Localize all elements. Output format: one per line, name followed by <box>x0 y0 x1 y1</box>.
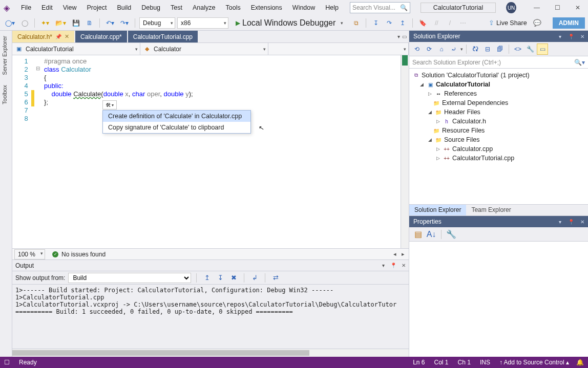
user-avatar[interactable]: UN <box>506 2 516 13</box>
tree-header-files[interactable]: Header Files <box>444 109 480 116</box>
save-all-icon[interactable]: 🗎 <box>84 17 95 29</box>
live-share-label[interactable]: Live Share <box>496 19 527 27</box>
show-all-icon[interactable]: 🗐 <box>494 44 506 55</box>
pin-icon[interactable]: 📍 <box>565 34 577 39</box>
uncomment-icon[interactable]: / <box>444 17 455 29</box>
close-icon[interactable]: ✕ <box>577 34 588 39</box>
pin-icon[interactable]: 📌 <box>55 34 61 39</box>
menu-file[interactable]: File <box>16 2 36 13</box>
attach-icon[interactable]: ⧉ <box>350 17 362 29</box>
step-into-icon[interactable]: ↧ <box>370 17 382 29</box>
code-text[interactable]: #pragma once class Calculator { public: … <box>44 55 193 248</box>
output-hscroll[interactable] <box>12 349 409 357</box>
zoom-combo[interactable]: 100 % <box>14 249 45 259</box>
menu-window[interactable]: Window <box>287 2 320 13</box>
nav-forward-icon[interactable]: ◯ <box>19 17 30 29</box>
bookmark-icon[interactable]: 🔖 <box>417 17 429 29</box>
qa-create-definition[interactable]: Create definition of 'Calculate' in Calc… <box>103 111 250 122</box>
quicklaunch-search[interactable]: Search Visual... 🔍 <box>350 2 410 13</box>
qa-copy-signature[interactable]: Copy signature of 'Calculate' to clipboa… <box>103 122 250 133</box>
expand-icon[interactable]: ▷ <box>435 156 441 161</box>
open-icon[interactable]: 📂▾ <box>53 17 68 29</box>
expand-icon[interactable]: ◢ <box>427 110 433 115</box>
menu-help[interactable]: Help <box>320 2 344 13</box>
nav-project-combo[interactable]: ▣ CalculatorTutorial ▾ <box>12 43 140 55</box>
close-icon[interactable]: ✕ <box>65 33 69 40</box>
config-combo[interactable]: Debug <box>139 17 175 29</box>
refresh-icon[interactable]: 🗘 <box>470 44 481 55</box>
more-icon[interactable]: ⋯ <box>457 17 469 29</box>
menu-analyze[interactable]: Analyze <box>187 2 220 13</box>
next-message-icon[interactable]: ↧ <box>215 273 225 283</box>
menu-build[interactable]: Build <box>112 2 136 13</box>
step-over-icon[interactable]: ↷ <box>384 17 395 29</box>
tree-main-cpp[interactable]: CalculatorTutorial.cpp <box>452 155 514 162</box>
hscroll-left-icon[interactable]: ◂ <box>393 251 396 257</box>
code-editor[interactable]: 12345678 ⊟ #pragma once class Calculator… <box>12 55 409 248</box>
start-debugging-button[interactable]: ▶ Local Windows Debugger ▾ <box>230 17 348 29</box>
solution-tree[interactable]: ⧉ Solution 'CalculatorTutorial' (1 proje… <box>409 69 588 204</box>
autoclear-icon[interactable]: ⇄ <box>270 273 281 283</box>
window-position-icon[interactable]: ▾ <box>378 263 388 268</box>
close-icon[interactable]: ✕ <box>577 219 588 225</box>
menu-extensions[interactable]: Extensions <box>246 2 287 13</box>
tree-project[interactable]: CalculatorTutorial <box>436 81 490 88</box>
prev-message-icon[interactable]: ↥ <box>202 273 212 283</box>
undo-icon[interactable]: ↶▾ <box>104 17 116 29</box>
save-icon[interactable]: 💾 <box>70 17 82 29</box>
feedback-icon[interactable]: 💬 <box>529 19 545 27</box>
tree-resource-files[interactable]: Resource Files <box>442 127 485 134</box>
nav-back-icon[interactable]: ◯▾ <box>3 17 17 29</box>
server-explorer-tab[interactable]: Server Explorer <box>0 31 9 80</box>
tree-sln[interactable]: Solution 'CalculatorTutorial' (1 project… <box>422 72 530 79</box>
nav-scope-combo[interactable]: ◆ Calculator ▾ <box>140 43 268 55</box>
expand-icon[interactable]: ◢ <box>418 82 425 87</box>
forward-icon[interactable]: ⟳ <box>424 44 435 55</box>
platform-combo[interactable]: x86 <box>177 17 228 29</box>
toolbox-tab[interactable]: Toolbox <box>0 80 9 110</box>
output-content[interactable]: 1>------ Build started: Project: Calcula… <box>12 285 409 349</box>
maximize-button[interactable]: ☐ <box>547 0 568 15</box>
window-position-icon[interactable]: ▾ <box>554 219 565 225</box>
live-share-icon[interactable]: ⇪ <box>489 19 494 27</box>
back-icon[interactable]: ⟲ <box>411 44 423 55</box>
properties-grid[interactable] <box>409 242 588 357</box>
preview-icon[interactable]: ▭ <box>537 44 548 55</box>
clear-icon[interactable]: ✖ <box>228 273 239 283</box>
expand-icon[interactable]: ◢ <box>427 137 433 142</box>
comment-icon[interactable]: // <box>431 17 442 29</box>
step-out-icon[interactable]: ↥ <box>397 17 408 29</box>
se-search[interactable]: Search Solution Explorer (Ctrl+;) 🔍▾ <box>409 56 588 69</box>
close-icon[interactable]: ✕ <box>398 263 409 268</box>
tab-tutorial-cpp[interactable]: CalculatorTutorial.cpp <box>128 31 198 42</box>
tree-source-files[interactable]: Source Files <box>444 136 479 143</box>
hscroll-right-icon[interactable]: ▸ <box>402 251 405 257</box>
properties-icon[interactable]: 🔧 <box>524 44 536 55</box>
tab-solution-explorer[interactable]: Solution Explorer <box>409 205 466 215</box>
collapse-icon[interactable]: ⊟ <box>482 44 493 55</box>
expand-icon[interactable]: ▷ <box>435 146 441 151</box>
home-icon[interactable]: ⌂ <box>436 44 447 55</box>
tab-calculator-h[interactable]: Calculator.h* 📌 ✕ <box>12 31 74 42</box>
status-layout-icon[interactable]: ☐ <box>4 359 10 366</box>
expand-icon[interactable]: ▷ <box>435 119 441 124</box>
add-to-source-control[interactable]: ↑ Add to Source Control ▴ <box>499 359 569 366</box>
tree-calc-cpp[interactable]: Calculator.cpp <box>452 145 493 153</box>
menu-project[interactable]: Project <box>82 2 112 13</box>
minimize-button[interactable]: — <box>527 0 547 15</box>
tree-ext-deps[interactable]: External Dependencies <box>442 99 508 106</box>
tab-team-explorer[interactable]: Team Explorer <box>466 205 516 215</box>
word-wrap-icon[interactable]: ↲ <box>249 273 260 283</box>
tab-overflow-icon[interactable]: ▾ <box>397 34 400 39</box>
window-position-icon[interactable]: ▾ <box>554 34 565 39</box>
close-button[interactable]: ✕ <box>568 0 588 15</box>
expand-icon[interactable]: ▷ <box>427 91 433 96</box>
menu-test[interactable]: Test <box>165 2 187 13</box>
categorized-icon[interactable]: ▤ <box>412 229 424 240</box>
tab-calculator-cpp[interactable]: Calculator.cpp* <box>75 31 127 42</box>
output-source-select[interactable]: Build <box>68 273 191 283</box>
pin-icon[interactable]: 📍 <box>565 219 577 225</box>
tree-references[interactable]: References <box>444 90 477 97</box>
menu-edit[interactable]: Edit <box>36 2 58 13</box>
sync-icon[interactable]: ⤾ <box>448 44 459 55</box>
